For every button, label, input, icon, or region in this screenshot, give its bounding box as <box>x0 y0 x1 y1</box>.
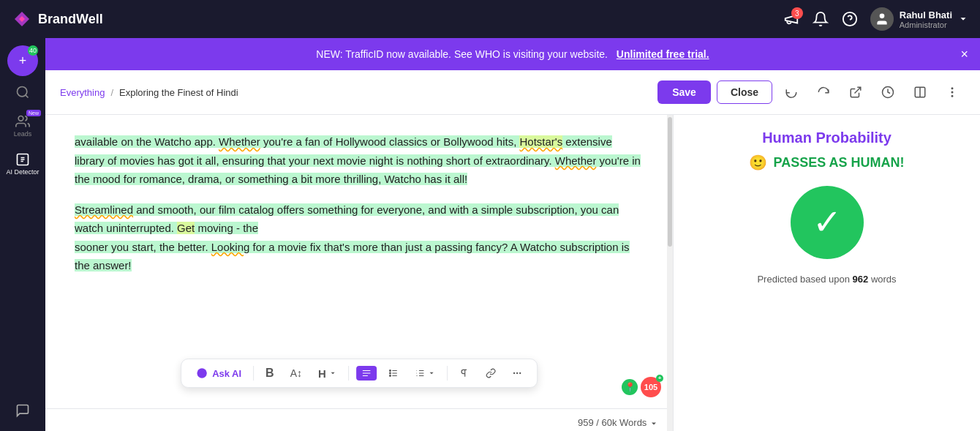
main-content: NEW: TrafficID now available. See WHO is… <box>45 38 980 431</box>
ordered-list-icon <box>415 368 425 378</box>
text-hotstars: Hotstar's <box>519 135 562 148</box>
right-panel: Human Probability 🙂 PASSES AS HUMAN! ✓ P… <box>673 115 980 431</box>
smiley-icon: 🙂 <box>749 154 767 171</box>
svg-line-7 <box>855 87 861 93</box>
sidebar: + 40 Leads New AI Detector <box>0 38 45 431</box>
bold-button[interactable]: B <box>261 364 279 383</box>
history-button[interactable] <box>875 79 901 105</box>
svg-point-11 <box>951 88 953 89</box>
ask-ai-button[interactable]: Ask AI <box>192 364 246 382</box>
svg-point-14 <box>197 368 206 378</box>
text-get: Get <box>177 222 195 234</box>
leads-icon <box>15 114 30 129</box>
align-button[interactable] <box>356 366 377 381</box>
paragraph-icon <box>459 368 470 378</box>
notif-dot: 40 <box>28 45 38 56</box>
paragraph-button[interactable] <box>455 365 474 381</box>
brand-name: BrandWell <box>38 12 103 27</box>
text-whether-1: Whether <box>219 135 260 148</box>
more-options-icon <box>946 86 959 99</box>
split-view-button[interactable] <box>907 79 933 105</box>
close-button[interactable]: Close <box>717 80 772 104</box>
promo-banner: NEW: TrafficID now available. See WHO is… <box>45 38 980 70</box>
prediction-text: Predicted based upon 962 words <box>688 274 965 285</box>
heading-button[interactable]: H <box>314 364 341 383</box>
leads-label: Leads <box>14 130 32 138</box>
unordered-list-button[interactable] <box>384 365 403 381</box>
banner-close-button[interactable]: × <box>960 47 968 62</box>
text-highlighted-1: available on the Watcho app. <box>75 135 219 148</box>
avatar <box>870 7 894 31</box>
help-icon[interactable] <box>841 10 859 28</box>
brand-logo-area: BrandWell <box>12 9 103 29</box>
chat-icon <box>15 403 30 418</box>
user-role: Administrator <box>900 20 952 29</box>
content-header: Everything / Exploring the Finest of Hin… <box>45 70 980 115</box>
wordcount-text: 959 / 60k Words <box>578 415 647 431</box>
banner-link[interactable]: Unlimited free trial. <box>617 48 709 60</box>
sidebar-item-search[interactable] <box>0 79 45 105</box>
ai-detector-icon <box>15 152 30 167</box>
bell-icon[interactable] <box>812 10 829 28</box>
svg-point-3 <box>18 87 27 97</box>
search-icon <box>15 85 30 100</box>
link-button[interactable] <box>481 365 500 381</box>
svg-point-27 <box>513 372 515 374</box>
svg-line-4 <box>26 95 29 98</box>
redo-button[interactable] <box>810 79 837 105</box>
breadcrumb-separator: / <box>110 87 113 98</box>
user-info[interactable]: Rahul Bhati Administrator <box>870 7 968 31</box>
svg-point-5 <box>18 116 23 121</box>
text-whether-2: Whether <box>555 154 597 167</box>
align-icon <box>361 368 372 378</box>
panel-title: Human Probability <box>688 130 965 146</box>
breadcrumb-home[interactable]: Everything <box>60 87 105 98</box>
check-circle: ✓ <box>791 186 864 259</box>
svg-point-29 <box>519 372 521 374</box>
undo-icon <box>785 86 798 99</box>
score-number: 105 + <box>641 377 661 397</box>
wordcount-chevron[interactable] <box>649 419 658 428</box>
save-button[interactable]: Save <box>657 80 711 104</box>
header-actions: Save Close <box>657 79 965 105</box>
text-streamlined: Streamlined <box>75 203 133 216</box>
toolbar-sep-1 <box>253 366 254 381</box>
redo-icon <box>817 86 830 99</box>
floating-toolbar: Ask AI B A↕ H <box>181 359 538 388</box>
brand-icon <box>12 9 32 29</box>
history-icon <box>881 86 894 99</box>
more-toolbar-button[interactable] <box>508 365 527 381</box>
editor-area[interactable]: available on the Watcho app. Whether you… <box>45 115 673 431</box>
add-button[interactable]: + 40 <box>7 45 38 76</box>
scrollbar[interactable] <box>667 115 673 431</box>
external-link-button[interactable] <box>843 79 869 105</box>
breadcrumb: Everything / Exploring the Finest of Hin… <box>60 87 238 98</box>
ordered-list-button[interactable] <box>410 365 440 381</box>
paragraph-1: available on the Watcho app. Whether you… <box>75 132 644 189</box>
passes-human-status: 🙂 PASSES AS HUMAN! <box>688 154 965 171</box>
wordcount-bar: 959 / 60k Words <box>45 408 673 431</box>
passes-label: PASSES AS HUMAN! <box>773 155 904 170</box>
sidebar-item-chat[interactable] <box>0 397 45 424</box>
megaphone-icon[interactable]: 3 <box>783 10 800 28</box>
toolbar-sep-3 <box>447 366 448 381</box>
font-size-button[interactable]: A↕ <box>286 364 306 382</box>
unordered-list-icon <box>388 368 399 378</box>
sidebar-item-leads[interactable]: Leads New <box>0 108 45 143</box>
sidebar-item-ai-detector[interactable]: AI Detector <box>0 146 45 181</box>
svg-point-23 <box>389 375 391 377</box>
location-icon: 📍 <box>622 379 638 395</box>
new-badge: New <box>26 110 41 116</box>
navbar-right: 3 Rahul Bhati Administrator <box>783 7 968 31</box>
split-view-icon <box>913 86 927 99</box>
list-chevron-icon <box>428 370 435 377</box>
external-link-icon <box>849 86 862 99</box>
scroll-thumb <box>668 117 672 246</box>
undo-button[interactable] <box>778 79 804 105</box>
more-options-button[interactable] <box>939 79 965 105</box>
svg-point-21 <box>389 370 391 372</box>
check-mark-icon: ✓ <box>813 205 842 240</box>
navbar: BrandWell 3 Rahul Bhati <box>0 0 980 38</box>
score-badge: 📍 105 + <box>622 377 661 397</box>
paragraph-2: Streamlined and smooth, our film catalog… <box>75 200 644 275</box>
